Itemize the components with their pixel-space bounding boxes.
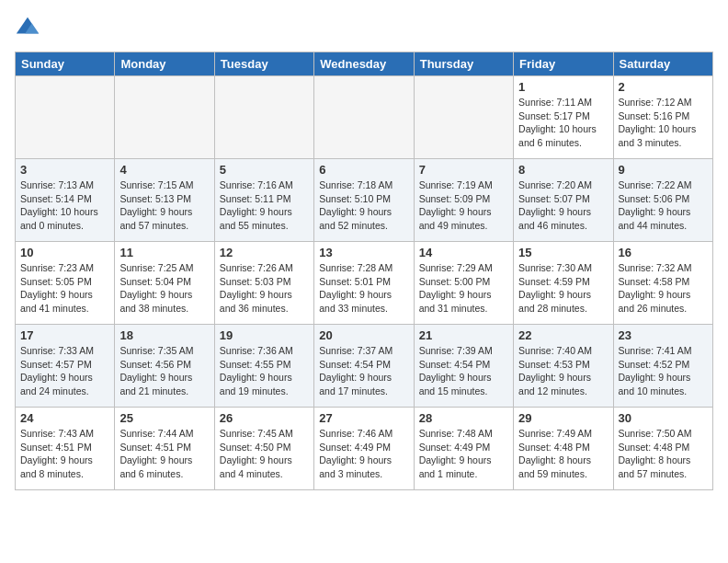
calendar-cell: 12Sunrise: 7:26 AM Sunset: 5:03 PM Dayli… <box>214 242 313 325</box>
day-number: 14 <box>419 246 508 259</box>
day-number: 2 <box>619 80 708 94</box>
day-info: Sunrise: 7:45 AM Sunset: 4:50 PM Dayligh… <box>220 427 309 481</box>
calendar-cell: 18Sunrise: 7:35 AM Sunset: 4:56 PM Dayli… <box>115 325 214 408</box>
day-number: 23 <box>619 328 708 342</box>
day-number: 27 <box>319 411 408 425</box>
calendar-cell <box>214 76 313 159</box>
day-info: Sunrise: 7:44 AM Sunset: 4:51 PM Dayligh… <box>119 427 209 481</box>
calendar-cell: 21Sunrise: 7:39 AM Sunset: 4:54 PM Dayli… <box>414 325 513 408</box>
day-number: 13 <box>319 246 408 259</box>
day-number: 7 <box>419 163 508 177</box>
calendar-cell: 22Sunrise: 7:40 AM Sunset: 4:53 PM Dayli… <box>514 325 613 408</box>
calendar-cell: 3Sunrise: 7:13 AM Sunset: 5:14 PM Daylig… <box>16 159 115 242</box>
calendar-cell: 8Sunrise: 7:20 AM Sunset: 5:07 PM Daylig… <box>514 159 613 242</box>
calendar-cell: 11Sunrise: 7:25 AM Sunset: 5:04 PM Dayli… <box>115 242 214 325</box>
calendar-cell: 29Sunrise: 7:49 AM Sunset: 4:48 PM Dayli… <box>514 408 613 490</box>
calendar-cell: 24Sunrise: 7:43 AM Sunset: 4:51 PM Dayli… <box>16 408 115 490</box>
day-number: 8 <box>518 163 608 177</box>
day-info: Sunrise: 7:32 AM Sunset: 4:58 PM Dayligh… <box>619 261 708 316</box>
calendar-row: 1Sunrise: 7:11 AM Sunset: 5:17 PM Daylig… <box>16 76 713 159</box>
calendar-cell: 28Sunrise: 7:48 AM Sunset: 4:49 PM Dayli… <box>414 408 513 490</box>
logo <box>15 15 44 40</box>
day-number: 10 <box>20 246 109 259</box>
day-number: 29 <box>518 411 608 425</box>
calendar-cell: 1Sunrise: 7:11 AM Sunset: 5:17 PM Daylig… <box>514 76 613 159</box>
calendar-cell <box>414 76 513 159</box>
calendar-cell: 17Sunrise: 7:33 AM Sunset: 4:57 PM Dayli… <box>16 325 115 408</box>
day-info: Sunrise: 7:16 AM Sunset: 5:11 PM Dayligh… <box>220 178 309 233</box>
day-info: Sunrise: 7:30 AM Sunset: 4:59 PM Dayligh… <box>518 261 608 316</box>
calendar-cell: 2Sunrise: 7:12 AM Sunset: 5:16 PM Daylig… <box>613 76 712 159</box>
day-number: 17 <box>20 328 109 342</box>
day-info: Sunrise: 7:13 AM Sunset: 5:14 PM Dayligh… <box>20 178 109 233</box>
day-info: Sunrise: 7:22 AM Sunset: 5:06 PM Dayligh… <box>619 178 708 233</box>
calendar-cell: 7Sunrise: 7:19 AM Sunset: 5:09 PM Daylig… <box>414 159 513 242</box>
calendar-cell <box>16 76 115 159</box>
calendar-cell <box>115 76 214 159</box>
calendar-cell: 16Sunrise: 7:32 AM Sunset: 4:58 PM Dayli… <box>613 242 712 325</box>
day-info: Sunrise: 7:46 AM Sunset: 4:49 PM Dayligh… <box>319 427 408 481</box>
day-number: 6 <box>319 163 408 177</box>
calendar-cell: 25Sunrise: 7:44 AM Sunset: 4:51 PM Dayli… <box>115 408 214 490</box>
day-number: 12 <box>220 246 309 259</box>
calendar-row: 10Sunrise: 7:23 AM Sunset: 5:05 PM Dayli… <box>16 242 713 325</box>
day-info: Sunrise: 7:49 AM Sunset: 4:48 PM Dayligh… <box>518 427 608 481</box>
day-number: 9 <box>619 163 708 177</box>
day-number: 19 <box>220 328 309 342</box>
calendar-row: 3Sunrise: 7:13 AM Sunset: 5:14 PM Daylig… <box>16 159 713 242</box>
day-number: 15 <box>518 246 608 259</box>
day-info: Sunrise: 7:28 AM Sunset: 5:01 PM Dayligh… <box>319 261 408 316</box>
weekday-header: Sunday <box>16 52 115 76</box>
day-info: Sunrise: 7:18 AM Sunset: 5:10 PM Dayligh… <box>319 178 408 233</box>
logo-icon <box>15 15 40 40</box>
day-info: Sunrise: 7:20 AM Sunset: 5:07 PM Dayligh… <box>518 178 608 233</box>
day-info: Sunrise: 7:50 AM Sunset: 4:48 PM Dayligh… <box>619 427 708 481</box>
day-info: Sunrise: 7:41 AM Sunset: 4:52 PM Dayligh… <box>619 344 708 398</box>
calendar-cell: 15Sunrise: 7:30 AM Sunset: 4:59 PM Dayli… <box>514 242 613 325</box>
day-info: Sunrise: 7:37 AM Sunset: 4:54 PM Dayligh… <box>319 344 408 398</box>
day-info: Sunrise: 7:19 AM Sunset: 5:09 PM Dayligh… <box>419 178 508 233</box>
day-info: Sunrise: 7:12 AM Sunset: 5:16 PM Dayligh… <box>619 96 708 150</box>
day-number: 25 <box>119 411 209 425</box>
day-number: 3 <box>20 163 109 177</box>
day-number: 18 <box>119 328 209 342</box>
weekday-header: Saturday <box>613 52 712 76</box>
day-number: 22 <box>518 328 608 342</box>
day-info: Sunrise: 7:15 AM Sunset: 5:13 PM Dayligh… <box>119 178 209 233</box>
day-info: Sunrise: 7:23 AM Sunset: 5:05 PM Dayligh… <box>20 261 109 316</box>
day-number: 24 <box>20 411 109 425</box>
day-number: 26 <box>220 411 309 425</box>
day-number: 28 <box>419 411 508 425</box>
calendar-table: SundayMondayTuesdayWednesdayThursdayFrid… <box>15 52 713 490</box>
calendar-cell: 10Sunrise: 7:23 AM Sunset: 5:05 PM Dayli… <box>16 242 115 325</box>
weekday-header: Friday <box>514 52 613 76</box>
day-info: Sunrise: 7:11 AM Sunset: 5:17 PM Dayligh… <box>518 96 608 150</box>
calendar-cell: 20Sunrise: 7:37 AM Sunset: 4:54 PM Dayli… <box>314 325 414 408</box>
calendar-cell: 14Sunrise: 7:29 AM Sunset: 5:00 PM Dayli… <box>414 242 513 325</box>
day-number: 20 <box>319 328 408 342</box>
day-number: 11 <box>119 246 209 259</box>
day-info: Sunrise: 7:33 AM Sunset: 4:57 PM Dayligh… <box>20 344 109 398</box>
calendar-row: 17Sunrise: 7:33 AM Sunset: 4:57 PM Dayli… <box>16 325 713 408</box>
day-info: Sunrise: 7:39 AM Sunset: 4:54 PM Dayligh… <box>419 344 508 398</box>
calendar-cell: 19Sunrise: 7:36 AM Sunset: 4:55 PM Dayli… <box>214 325 313 408</box>
day-number: 4 <box>119 163 209 177</box>
calendar-cell: 4Sunrise: 7:15 AM Sunset: 5:13 PM Daylig… <box>115 159 214 242</box>
weekday-header: Monday <box>115 52 214 76</box>
calendar-cell <box>314 76 414 159</box>
day-info: Sunrise: 7:40 AM Sunset: 4:53 PM Dayligh… <box>518 344 608 398</box>
weekday-header: Wednesday <box>314 52 414 76</box>
calendar-cell: 23Sunrise: 7:41 AM Sunset: 4:52 PM Dayli… <box>613 325 712 408</box>
page-header <box>15 15 713 40</box>
calendar-cell: 13Sunrise: 7:28 AM Sunset: 5:01 PM Dayli… <box>314 242 414 325</box>
day-info: Sunrise: 7:26 AM Sunset: 5:03 PM Dayligh… <box>220 261 309 316</box>
weekday-header: Tuesday <box>214 52 313 76</box>
calendar-cell: 9Sunrise: 7:22 AM Sunset: 5:06 PM Daylig… <box>613 159 712 242</box>
calendar-header-row: SundayMondayTuesdayWednesdayThursdayFrid… <box>16 52 713 76</box>
day-number: 16 <box>619 246 708 259</box>
day-info: Sunrise: 7:35 AM Sunset: 4:56 PM Dayligh… <box>119 344 209 398</box>
day-info: Sunrise: 7:48 AM Sunset: 4:49 PM Dayligh… <box>419 427 508 481</box>
day-info: Sunrise: 7:29 AM Sunset: 5:00 PM Dayligh… <box>419 261 508 316</box>
day-number: 30 <box>619 411 708 425</box>
calendar-cell: 5Sunrise: 7:16 AM Sunset: 5:11 PM Daylig… <box>214 159 313 242</box>
